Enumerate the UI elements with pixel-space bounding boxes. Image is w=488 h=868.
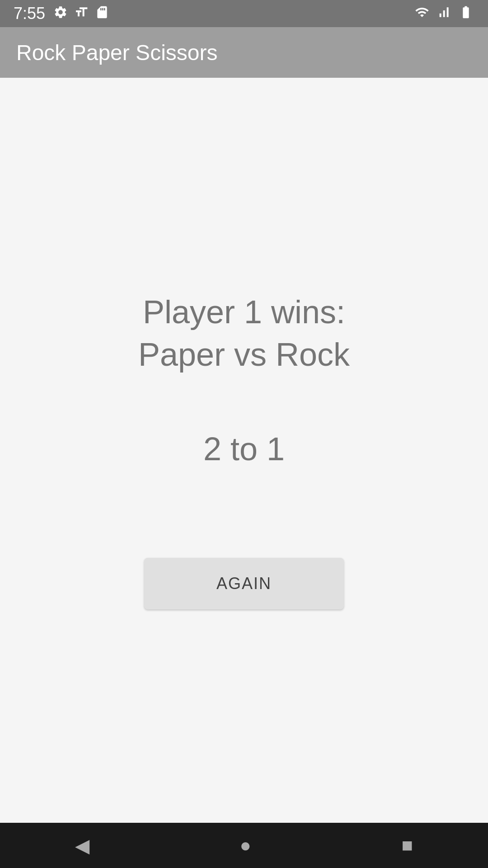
signal-icon <box>436 5 451 23</box>
again-button[interactable]: AGAIN <box>144 558 344 609</box>
status-bar-right <box>414 5 474 23</box>
home-button[interactable]: ● <box>240 835 251 856</box>
status-time: 7:55 <box>14 4 45 23</box>
status-bar: 7:55 <box>0 0 488 27</box>
status-icons <box>53 5 109 23</box>
wifi-icon <box>414 5 430 23</box>
battery-icon <box>457 5 474 23</box>
gear-icon <box>53 5 68 23</box>
score-text: 2 to 1 <box>203 430 285 467</box>
result-text: Player 1 wins: Paper vs Rock <box>138 291 350 376</box>
back-button[interactable]: ◀ <box>75 835 89 857</box>
app-title: Rock Paper Scissors <box>16 40 217 65</box>
font-icon <box>74 5 89 23</box>
nav-bar: ◀ ● ■ <box>0 823 488 868</box>
app-bar: Rock Paper Scissors <box>0 27 488 78</box>
sd-card-icon <box>95 5 109 23</box>
recent-button[interactable]: ■ <box>401 835 413 856</box>
status-bar-left: 7:55 <box>14 4 109 23</box>
main-content: Player 1 wins: Paper vs Rock 2 to 1 AGAI… <box>0 78 488 823</box>
